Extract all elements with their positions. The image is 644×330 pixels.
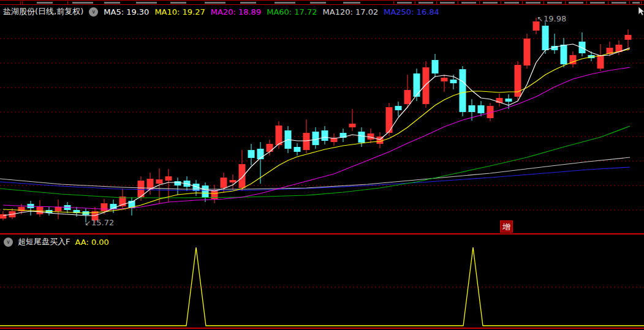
toolbar-separator (608, 1, 608, 4)
main-chart-header: 盐湖股份(日线,前复权) ∨ MA5: 19.30MA10: 19.27MA20… (3, 6, 439, 17)
toolbar-clipped-text (526, 2, 540, 4)
toolbar-clipped-text (632, 2, 640, 4)
toolbar-separator (565, 1, 566, 4)
trading-app-window: 盐湖股份(日线,前复权) ∨ MA5: 19.30MA10: 19.27MA20… (0, 0, 644, 330)
toolbar-clipped-text (483, 2, 498, 4)
indicator-spike-line (0, 247, 644, 326)
candle-body (221, 178, 227, 188)
candle-body (478, 105, 485, 113)
toolbar-clipped-text (37, 2, 53, 4)
top-toolbar-clipped (0, 0, 644, 5)
candle-body (303, 133, 310, 150)
ma-value-label: MA5: 19.30 (104, 7, 149, 17)
candle-body (404, 90, 411, 104)
candle-body (349, 124, 356, 127)
candle-body (276, 126, 282, 145)
toolbar-clipped-text (170, 2, 186, 4)
toolbar-clipped-text (547, 2, 562, 4)
candle-body (395, 106, 402, 110)
toolbar-separator (20, 1, 21, 4)
collapse-chevron-icon[interactable]: ∨ (89, 7, 98, 17)
candle-body (175, 181, 181, 186)
toolbar-separator (22, 1, 23, 4)
ma-value-label: MA250: 16.84 (384, 7, 439, 17)
toolbar-clipped-text (569, 2, 583, 4)
toolbar-clipped-text (72, 2, 93, 4)
indicator-chart[interactable] (0, 234, 644, 330)
stock-title: 盐湖股份(日线,前复权) (3, 6, 83, 17)
candle-body (248, 150, 255, 158)
candle-body (460, 69, 466, 112)
candle-body (202, 186, 209, 198)
toolbar-separator (415, 1, 415, 4)
toolbar-separator (586, 1, 587, 4)
ma-line-MA120 (0, 157, 630, 189)
candle-body (322, 130, 328, 141)
toolbar-clipped-text (275, 2, 295, 4)
candle-body (441, 78, 448, 81)
high-arrow-icon: ↖ (537, 15, 543, 23)
candle-body (625, 35, 632, 40)
toolbar-separator (629, 1, 630, 4)
toolbar-separator (522, 1, 523, 4)
ma-value-label: MA10: 19.27 (154, 7, 205, 17)
toolbar-separator (479, 1, 480, 4)
toolbar-separator (544, 1, 544, 4)
candle-body (55, 207, 62, 211)
candle-body (165, 176, 172, 181)
candle-body (561, 45, 567, 64)
toolbar-clipped-text (240, 2, 256, 4)
low-arrow-icon: ↙ (85, 219, 91, 227)
candle-body (239, 164, 246, 188)
gridlines-layer (0, 39, 644, 210)
candle-body (101, 203, 108, 211)
toolbar-clipped-text (461, 2, 476, 4)
toolbar-clipped-text (343, 2, 360, 4)
toolbar-clipped-text (397, 2, 412, 4)
ma-values-row: MA5: 19.30MA10: 19.27MA20: 18.89MA60: 17… (104, 7, 439, 17)
candle-body (423, 67, 430, 104)
toolbar-separator (641, 1, 642, 4)
toolbar-separator (393, 1, 394, 4)
toolbar-clipped-text (310, 2, 326, 4)
ma-value-label: MA120: 17.02 (323, 7, 379, 17)
candle-body (313, 132, 319, 145)
toolbar-clipped-text (590, 2, 605, 4)
candle-body (414, 73, 420, 97)
candles-layer (0, 18, 632, 223)
candle-body (386, 107, 393, 133)
mouse-cursor-icon (638, 7, 644, 17)
candle-body (267, 144, 273, 152)
ma-value-label: MA60: 17.72 (267, 7, 317, 17)
toolbar-separator (67, 1, 68, 4)
candle-body (450, 80, 457, 83)
candle-body (597, 55, 604, 69)
toolbar-separator (458, 1, 458, 4)
candle-body (506, 99, 512, 102)
candle-body (432, 60, 439, 73)
toolbar-clipped-text (205, 2, 225, 4)
low-price-label: ↙15.72 (85, 218, 114, 227)
candle-body (156, 179, 163, 184)
high-price-label: ↖19.98 (537, 14, 566, 23)
candle-body (524, 39, 531, 66)
candle-body (358, 132, 365, 143)
toolbar-separator (501, 1, 501, 4)
event-flag-badge[interactable]: 增 (500, 220, 513, 233)
toolbar-clipped-text (612, 2, 626, 4)
ma-line-MA5 (3, 44, 630, 216)
toolbar-clipped-text (104, 2, 120, 4)
candlestick-chart[interactable] (0, 17, 644, 233)
candle-body (294, 147, 301, 152)
ma-line-MA10 (3, 49, 630, 213)
toolbar-separator (436, 1, 437, 4)
ma-value-label: MA20: 18.89 (211, 7, 261, 17)
candle-body (469, 105, 475, 112)
toolbar-clipped-text (440, 2, 455, 4)
candle-body (542, 26, 549, 50)
toolbar-clipped-text (504, 2, 519, 4)
toolbar-clipped-text (136, 2, 157, 4)
toolbar-clipped-text (419, 2, 433, 4)
candle-body (230, 180, 237, 182)
